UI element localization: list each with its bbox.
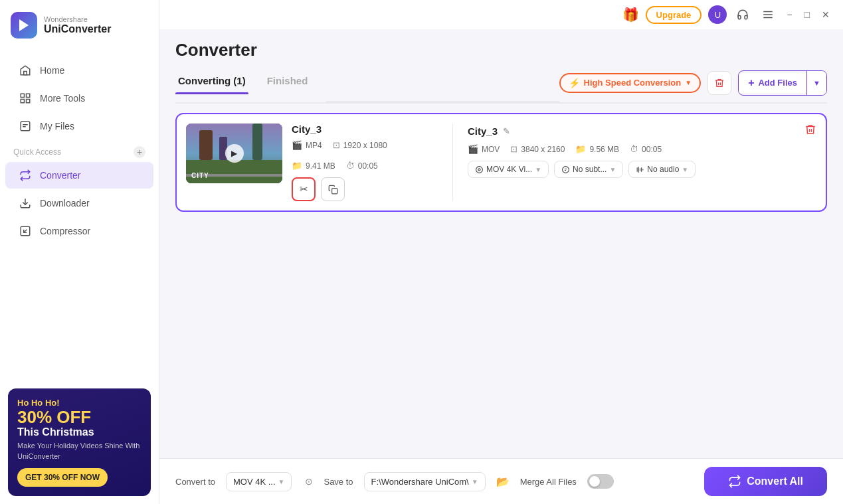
tab-converting[interactable]: Converting (1) [175,70,248,93]
resolution-icon: ⊡ [333,140,340,150]
output-size: 9.56 MB [589,145,619,154]
sidebar-item-downloader-label: Downloader [40,198,90,209]
app-logo-icon [11,12,37,39]
format-preset-btn[interactable]: MOV 4K Vi... ▼ [468,161,549,178]
add-files-chevron-icon: ▼ [813,79,820,87]
output-meta: 🎬 MOV ⊡ 3840 x 2160 📁 9.56 MB ⏱ 00:05 [468,144,816,154]
nav-items: Home More Tools My Files Quick A [0,50,159,380]
svg-rect-1 [21,94,24,97]
source-resolution-item: ⊡ 1920 x 1080 [333,140,387,150]
browse-folder-icon[interactable]: 📂 [496,475,510,488]
output-resolution-icon: ⊡ [510,144,517,154]
merge-toggle[interactable] [587,474,614,489]
source-duration: 00:05 [358,161,378,171]
bottom-bar: Convert to MOV 4K ... ▼ ⊙ Save to F:\Won… [159,458,843,504]
output-resolution-item: ⊡ 3840 x 2160 [510,144,565,154]
svg-rect-2 [27,94,30,97]
delete-file-btn[interactable] [804,124,816,139]
output-duration: 00:05 [642,145,662,154]
sidebar-item-downloader[interactable]: Downloader [5,190,153,216]
sidebar: Wondershare UniConverter Home More Tools [0,0,159,504]
clock-sm-icon: ⏱ [346,161,355,171]
audio-label: No audio [647,165,679,174]
source-meta: 🎬 MP4 ⊡ 1920 x 1080 📁 9.41 MB ⏱ 00:05 [292,140,438,171]
add-files-btn[interactable]: + Add Files ▼ [738,70,827,96]
main-content: 🎁 Upgrade U − □ ✕ Converter Converting ( [159,0,843,504]
sidebar-item-home[interactable]: Home [5,57,153,84]
audio-btn[interactable]: No audio ▼ [628,161,696,178]
sidebar-item-converter-label: Converter [40,170,80,181]
output-format-item: 🎬 MOV [468,144,500,154]
save-path-select[interactable]: F:\Wondershare UniCom\ ▼ [364,472,486,491]
high-speed-label: High Speed Conversion [584,78,682,88]
output-file-name: City_3 [468,126,498,137]
sidebar-item-converter[interactable]: Converter [5,162,153,189]
promo-cta-btn[interactable]: GET 30% OFF NOW [17,468,108,487]
output-controls: MOV 4K Vi... ▼ No subt... ▼ [468,161,816,178]
home-icon [19,64,32,77]
file-actions: ✂ [292,177,438,201]
format-preset-label: MOV 4K Vi... [486,165,532,174]
maximize-button[interactable]: □ [802,9,812,20]
minimize-button[interactable]: − [784,9,795,20]
trim-btn[interactable]: ✂ [292,177,316,201]
promo-this-text: This Christmas [17,426,141,438]
svg-point-15 [478,168,480,170]
add-files-label: Add Files [758,78,797,88]
delete-all-btn[interactable] [707,71,731,95]
source-format-item: 🎬 MP4 [292,140,322,150]
promo-desc-text: Make Your Holiday Videos Shine With UniC… [17,441,141,462]
output-duration-item: ⏱ 00:05 [630,144,662,154]
svg-rect-0 [24,72,27,75]
close-button[interactable]: ✕ [819,9,832,20]
copy-btn[interactable] [321,177,345,201]
hs-chevron-icon: ▼ [685,79,692,86]
convert-to-select[interactable]: MOV 4K ... ▼ [226,472,292,491]
sidebar-item-more-tools[interactable]: More Tools [5,85,153,112]
toolbar: ⚡ High Speed Conversion ▼ + Add Fil [559,70,827,102]
convert-to-label: Convert to [175,477,215,487]
subtitle-btn[interactable]: No subt... ▼ [554,161,623,178]
headset-icon[interactable] [733,5,752,24]
edit-name-icon[interactable]: ✎ [503,126,510,136]
source-size-item: 📁 9.41 MB [292,161,335,171]
logo-text: Wondershare UniConverter [44,15,111,35]
output-file-info: City_3 ✎ 🎬 MOV [468,124,816,178]
avatar[interactable]: U [708,5,727,24]
gift-icon: 🎁 [622,7,639,23]
sidebar-item-compressor[interactable]: Compressor [5,218,153,244]
add-files-dropdown-btn[interactable]: ▼ [806,71,826,95]
promo-ho-text: Ho Ho Ho! [17,398,141,408]
output-film-icon: 🎬 [468,144,478,154]
convert-all-label: Convert All [747,475,803,487]
thumb-city-label: CITY [191,172,209,179]
brand-label: Wondershare [44,15,111,23]
source-size: 9.41 MB [306,161,335,171]
promo-banner: Ho Ho Ho! 30% OFF This Christmas Make Yo… [8,388,151,496]
compress-icon [19,224,32,238]
plus-icon: + [748,77,754,89]
menu-icon[interactable] [759,5,777,24]
upgrade-button[interactable]: Upgrade [646,6,702,24]
file-thumbnail: ▶ CITY [186,124,282,183]
save-path-value: F:\Wondershare UniCom\ [371,477,469,487]
file-icon [19,120,32,133]
sidebar-item-my-files[interactable]: My Files [5,113,153,139]
source-format: MP4 [306,141,322,150]
target-settings-icon[interactable]: ⊙ [305,476,313,487]
titlebar: 🎁 Upgrade U − □ ✕ [159,0,843,29]
add-files-main[interactable]: + Add Files [739,73,806,93]
tab-finished[interactable]: Finished [264,70,311,93]
convert-all-button[interactable]: Convert All [704,467,827,496]
save-to-label: Save to [324,477,353,487]
output-format: MOV [482,145,500,154]
toggle-knob [589,476,600,487]
play-button[interactable]: ▶ [225,144,244,163]
high-speed-conversion-btn[interactable]: ⚡ High Speed Conversion ▼ [559,73,702,93]
subtitle-label: No subt... [573,165,607,174]
sidebar-item-home-label: Home [40,65,64,76]
product-label: UniConverter [44,23,111,35]
lightning-icon: ⚡ [569,78,580,88]
audio-chevron-icon: ▼ [682,166,688,173]
quick-access-add-btn[interactable]: + [134,146,145,158]
